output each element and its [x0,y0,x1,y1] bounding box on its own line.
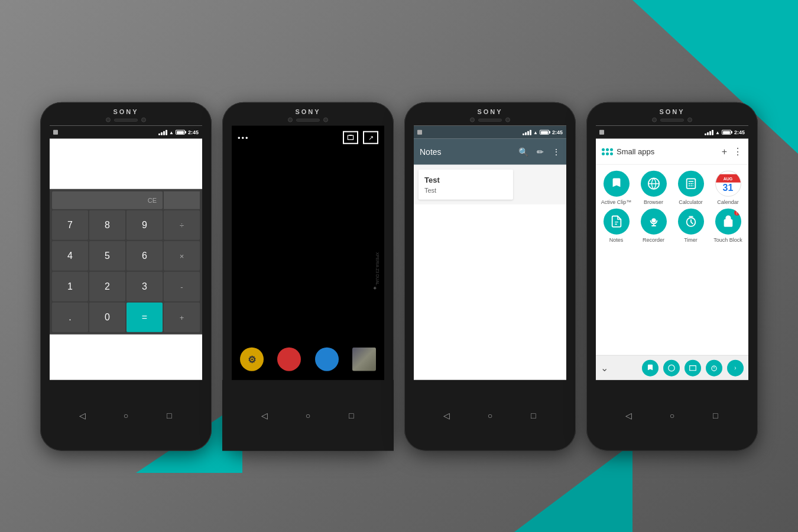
sa-bottom-browser-icon[interactable] [663,359,680,376]
phone-3-sensor [505,118,510,122]
phone-1-recents-btn[interactable]: □ [161,408,177,423]
app-touch-block[interactable]: ! Touch Block [711,209,745,243]
calc-btn-sub[interactable]: - [164,272,200,301]
phone-3-camera-row [470,118,510,122]
notes-search-icon[interactable]: 🔍 [518,147,528,157]
app-calendar[interactable]: AUG 31 Calendar [711,171,745,205]
phone-2-front-camera [288,118,293,122]
phone-1-back-btn[interactable]: ◁ [75,408,90,423]
phone-4-recents-btn[interactable]: □ [708,408,723,423]
calc-btn-3[interactable]: 3 [126,272,163,301]
phone-4-time: 2:45 [734,129,745,135]
note-card-1-preview: Test [424,187,507,194]
small-apps-title: Small apps [617,147,654,156]
phone-4-battery [722,130,732,135]
phone-4-status-left [599,130,604,135]
phone-3-back-btn[interactable]: ◁ [439,408,455,423]
phone-2-recents-btn[interactable]: □ [343,408,359,423]
camera-record-btn[interactable] [277,348,301,371]
phone-1-front-camera [106,118,111,122]
phone-4-wifi-icon: ▲ [715,129,720,135]
app-timer[interactable]: Timer [674,209,708,243]
calc-btn-4[interactable]: 4 [52,241,88,271]
note-card-1[interactable]: Test Test [419,170,513,200]
calc-btn-6[interactable]: 6 [126,241,163,271]
phone-4-bottom: ◁ ○ □ [586,380,758,451]
calc-ce-btn[interactable]: CE [52,192,163,209]
phone-1-status-right: ▲ 2:45 [158,129,199,135]
camera-flash-btn[interactable]: ⚙ [240,348,264,371]
app-touch-block-label: Touch Block [713,237,742,243]
battery-body [722,130,731,135]
small-apps-expand-icon[interactable]: ⌄ [601,362,608,374]
calc-btn-div[interactable]: ÷ [164,210,200,240]
calc-btn-eq[interactable]: = [126,303,163,332]
calc-btn-add[interactable]: + [164,303,200,332]
app-calculator[interactable]: Calculator [674,171,708,205]
app-recorder[interactable]: Recorder [637,209,670,243]
camera-gallery-thumb[interactable] [352,348,376,371]
phone-3-nav-bar: ◁ ○ □ [425,403,555,428]
phone-4-back-btn[interactable]: ◁ [621,408,637,423]
sa-bottom-more-icon[interactable]: › [727,359,744,376]
phone-3-status-right: ▲ 2:45 [523,129,563,135]
phone-3-screen: ▲ 2:45 Notes 🔍 ✏ ⋮ [414,126,566,380]
phone-3-wifi-icon: ▲ [533,129,538,135]
phone-3-battery [540,130,550,135]
calc-btn-1[interactable]: 1 [52,272,88,301]
phone-4-home-btn[interactable]: ○ [664,408,680,423]
small-apps-grid-icon [602,148,613,155]
app-active-clip[interactable]: Active Clip™ [599,171,633,205]
phone-3-recents-btn[interactable]: □ [525,408,541,423]
small-apps-more-icon[interactable]: ⋮ [733,146,742,157]
sa-bottom-clip-icon[interactable] [642,359,658,376]
phone-2-back-btn[interactable]: ◁ [257,408,273,423]
phone-3-speaker [478,118,502,121]
phone-4-front-camera [652,118,657,122]
battery-tip [731,131,732,134]
notes-appbar: Notes 🔍 ✏ ⋮ [414,139,566,165]
calc-grid: CE 7 8 9 ÷ 4 5 6 × 1 2 3 - [52,192,200,332]
app-notes[interactable]: Notes [599,209,633,243]
phone-3-time: 2:45 [552,129,563,135]
camera-shutter-btn[interactable] [315,348,339,371]
phone-1-brand: SONY [113,108,138,115]
camera-flash-icon[interactable]: ↗ [363,131,378,144]
phone-3-status-left [417,130,422,135]
camera-black-area: XPERIA Z3 DUAL ✦ [232,150,384,339]
calc-btn-dot[interactable]: . [52,303,88,332]
app-browser[interactable]: Browser [637,171,670,205]
battery-tip [185,131,186,134]
app-touch-block-icon: ! [715,209,741,235]
sa-bottom-timer-icon[interactable] [706,359,722,376]
camera-menu-dots[interactable]: ••• [238,133,249,142]
calc-btn-5[interactable]: 5 [89,241,125,271]
app-recorder-icon [641,209,667,235]
phone-3-home-btn[interactable]: ○ [482,408,498,423]
small-apps-add-icon[interactable]: + [722,146,727,157]
calc-btn-mul[interactable]: × [164,241,200,271]
sa-bottom-notes-icon[interactable] [685,359,701,376]
phone-4-brand: SONY [659,108,685,115]
phone-1-wifi-icon: ▲ [169,129,174,135]
app-calendar-icon: AUG 31 [715,171,741,197]
small-apps-title-row: Small apps [602,147,654,156]
app-notes-label: Notes [609,237,624,243]
phone-1-screen: ▲ 2:45 CE [50,126,202,380]
calc-empty [164,192,200,209]
phone-1-home-btn[interactable]: ○ [118,408,134,423]
notes-edit-icon[interactable]: ✏ [537,147,544,157]
phone-1-nav-bar: ◁ ○ □ [61,403,191,428]
camera-mode-icon[interactable] [343,131,358,144]
calc-btn-7[interactable]: 7 [52,210,88,240]
calc-btn-0[interactable]: 0 [89,303,125,332]
phone-2-top: SONY [222,102,394,125]
phone-2-home-btn[interactable]: ○ [300,408,316,423]
calc-btn-9[interactable]: 9 [126,210,163,240]
signal-bar-4 [530,129,531,135]
phone-1-sensor [141,118,146,122]
notes-more-icon[interactable]: ⋮ [552,147,560,157]
notes-list: Test Test [414,165,566,205]
calc-btn-2[interactable]: 2 [89,272,125,301]
calc-btn-8[interactable]: 8 [89,210,125,240]
